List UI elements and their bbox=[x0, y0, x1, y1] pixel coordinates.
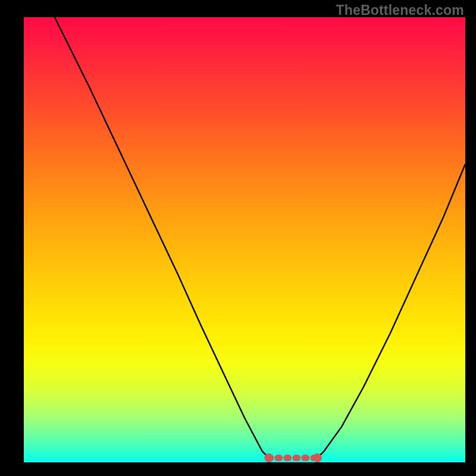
bottleneck-trough-marker bbox=[264, 453, 322, 462]
curve-right-branch bbox=[317, 164, 465, 458]
curve-left-branch bbox=[55, 17, 269, 458]
plot-area bbox=[24, 17, 465, 462]
svg-point-2 bbox=[313, 453, 322, 462]
chart-frame: TheBottleneck.com bbox=[0, 0, 476, 476]
watermark-text: TheBottleneck.com bbox=[336, 2, 464, 18]
curve-layer bbox=[24, 17, 465, 462]
svg-point-1 bbox=[264, 453, 273, 462]
